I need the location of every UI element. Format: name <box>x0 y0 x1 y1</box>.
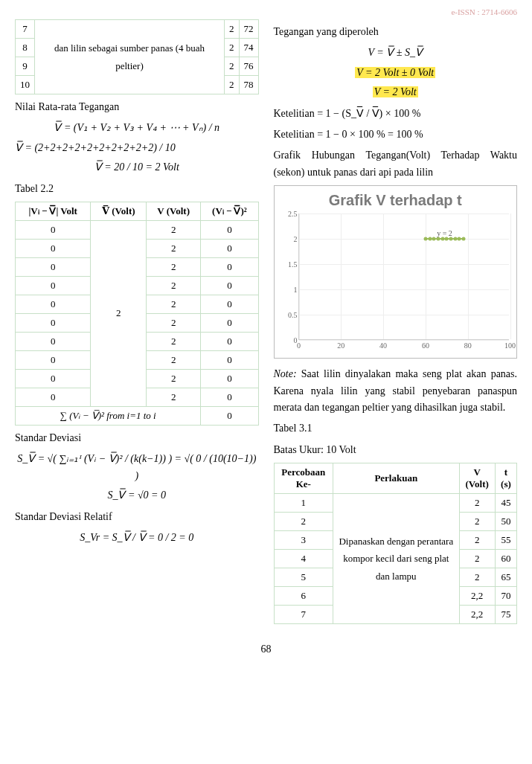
cell: 65 <box>495 568 516 587</box>
cell: 0 <box>16 239 91 257</box>
cell: 10 <box>16 76 35 94</box>
page-number: 68 <box>15 643 517 655</box>
chart-point <box>436 237 440 241</box>
y-tick: 0 <box>283 336 298 344</box>
cell: 75 <box>495 606 516 624</box>
sum-label: ∑ (Vᵢ − V̅)² from i=1 to i <box>16 406 201 425</box>
cell: 2 <box>147 220 201 239</box>
table-row: 1Dipanaskan dengan perantara kompor keci… <box>274 494 517 513</box>
cell: 70 <box>495 587 516 606</box>
table-1: 7 dan lilin sebagai sumber panas (4 buah… <box>15 19 259 94</box>
table3-label: Tabel 3.1 <box>274 420 518 437</box>
eissn-header: e-ISSN : 2714-6606 <box>15 7 517 16</box>
cell: 0 <box>16 332 91 350</box>
chart-point <box>432 237 436 241</box>
y-tick: 1.5 <box>283 260 298 269</box>
chart-point <box>428 237 432 241</box>
ketelitian2: Ketelitian = 1 − 0 × 100 % = 100 % <box>274 126 518 143</box>
table-2: |Vᵢ − V̅| Volt V̅ (Volt) V (Volt) (Vᵢ − … <box>15 202 259 426</box>
cell: 2 <box>225 20 240 39</box>
cell: 0 <box>201 239 258 257</box>
col-header: (Vᵢ − V̅)² <box>201 202 258 220</box>
col-header: V (Volt) <box>147 202 201 220</box>
table2-label: Tabel 2.2 <box>15 181 259 197</box>
cell: 2 <box>147 295 201 313</box>
cell: 2 <box>225 57 240 76</box>
formula-avg3: V̅ = 20 / 10 = 2 Volt <box>15 159 259 176</box>
y-tick: 0.5 <box>283 311 298 319</box>
y-tick: 2 <box>283 235 298 243</box>
cell: 2 <box>91 220 147 406</box>
sum-row: ∑ (Vᵢ − V̅)² from i=1 to i 0 <box>16 406 259 425</box>
cell: 0 <box>16 388 91 406</box>
highlighted-text: V = 2 Volt ± 0 Volt <box>355 67 435 78</box>
cell: 6 <box>274 587 333 606</box>
cell: 2 <box>147 369 201 388</box>
highlighted-text: V = 2 Volt <box>373 86 418 97</box>
cell: 0 <box>201 276 258 295</box>
cell: 0 <box>201 388 258 406</box>
cell: 0 <box>16 276 91 295</box>
cell: 2 <box>147 388 201 406</box>
cell: 9 <box>16 57 35 76</box>
chart-annotation: y = 2 <box>437 229 452 237</box>
tegangan-label: Tegangan yang diperoleh <box>274 24 518 40</box>
table-3: Percobaan Ke- Perlakuan V (Volt) t (s) 1… <box>274 463 518 624</box>
sdr-formula: S_Vr = S_V̅ / V̅ = 0 / 2 = 0 <box>15 530 259 546</box>
chart-point <box>458 237 461 241</box>
chart-point <box>445 237 449 241</box>
cell: 55 <box>495 531 516 550</box>
cell: 0 <box>16 313 91 332</box>
cell: 45 <box>495 494 516 513</box>
cell: 2 <box>459 550 495 568</box>
cell: 2 <box>147 276 201 295</box>
x-tick: 80 <box>464 341 472 350</box>
cell: 7 <box>16 20 35 39</box>
table-row: 0220 <box>16 220 259 239</box>
cell: 2 <box>459 513 495 531</box>
x-tick: 40 <box>379 341 387 350</box>
y-tick: 1 <box>283 286 298 294</box>
chart-point <box>423 237 427 241</box>
cell: 78 <box>239 76 258 94</box>
note-paragraph: Note: Saat lilin dinyalakan maka seng pl… <box>274 366 518 416</box>
x-tick: 100 <box>504 341 516 350</box>
cell: 2 <box>459 568 495 587</box>
batas-ukur: Batas Ukur: 10 Volt <box>274 442 518 458</box>
cell: 0 <box>201 369 258 388</box>
chart-point <box>462 237 466 241</box>
chart-point <box>453 237 457 241</box>
col-header: V̅ (Volt) <box>91 202 147 220</box>
cell: 0 <box>201 332 258 350</box>
table-desc: dan lilin sebagai sumber panas (4 buah p… <box>35 20 225 94</box>
x-tick: 60 <box>422 341 429 350</box>
cell: 0 <box>16 295 91 313</box>
note-body: Saat lilin dinyalakan maka seng plat aka… <box>274 368 518 413</box>
note-title: Note: <box>274 368 297 379</box>
cell: 2 <box>459 494 495 513</box>
col-header: V (Volt) <box>459 463 495 494</box>
teg-f3: V = 2 Volt <box>274 84 518 100</box>
cell: 2 <box>147 239 201 257</box>
cell: 0 <box>201 257 258 276</box>
cell: 0 <box>201 220 258 239</box>
chart-container: Grafik V terhadap t 00.511.522.502040608… <box>274 185 518 359</box>
sd-label: Standar Deviasi <box>15 430 259 446</box>
sd-formula2: S_V̅ = √0 = 0 <box>15 487 259 504</box>
avg-label: Nilai Rata-rata Tegangan <box>15 99 259 115</box>
chart-plot-area: 00.511.522.5020406080100y = 2 <box>298 214 510 340</box>
cell: 7 <box>274 606 333 624</box>
formula-avg2: V̅ = (2+2+2+2+2+2+2+2+2+2) / 10 <box>15 140 259 156</box>
cell: 1 <box>274 494 333 513</box>
cell: 76 <box>239 57 258 76</box>
cell: 2,2 <box>459 587 495 606</box>
x-tick: 0 <box>297 341 301 350</box>
chart-caption: Grafik Hubungan Tegangan(Volt) Terhadap … <box>274 147 518 181</box>
cell: 2 <box>147 332 201 350</box>
teg-f2: V = 2 Volt ± 0 Volt <box>274 65 518 81</box>
col-header: Percobaan Ke- <box>274 463 333 494</box>
cell: 2 <box>147 350 201 369</box>
col-header: |Vᵢ − V̅| Volt <box>16 202 91 220</box>
cell: 4 <box>274 550 333 568</box>
cell: 74 <box>239 39 258 57</box>
